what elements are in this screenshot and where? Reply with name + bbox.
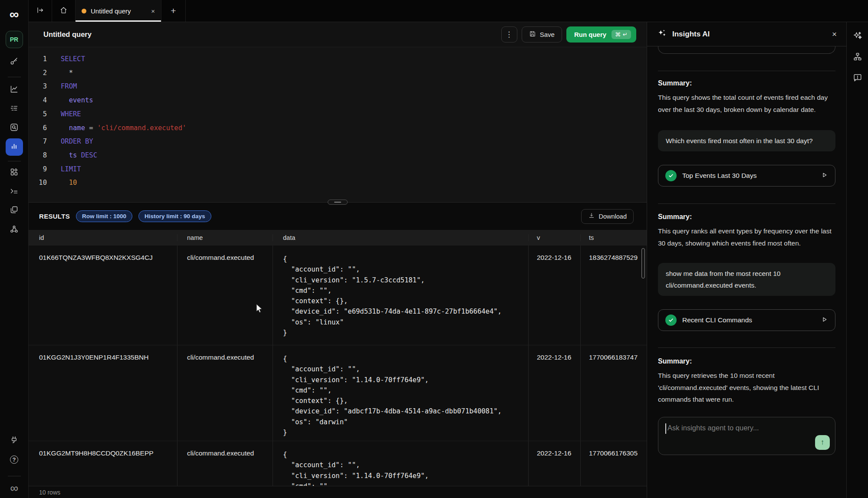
line-number: 9 <box>29 163 47 177</box>
new-tab-button[interactable]: + <box>161 0 186 22</box>
save-label: Save <box>540 31 555 38</box>
line-number: 6 <box>29 121 47 135</box>
sidebar-item-integrations[interactable] <box>6 432 23 449</box>
sql-keyword: ORDER BY <box>61 138 93 145</box>
apps-grid-icon <box>10 167 19 178</box>
cell-ts: 1836274887529 <box>580 246 647 345</box>
tab-untitled-query[interactable]: Untitled query × <box>76 0 161 22</box>
more-options-button[interactable]: ⋮ <box>501 26 517 43</box>
column-header-data[interactable]: data <box>273 234 528 241</box>
table-row[interactable]: 01K66TQNZA3WFBQ8XN2KXSG4CJ cli/command.e… <box>29 246 647 345</box>
line-number: 2 <box>29 66 47 80</box>
column-header-id[interactable]: id <box>29 234 177 241</box>
code-line: 8 ts DESC <box>29 149 647 163</box>
cell-name: cli/command.executed <box>177 246 273 345</box>
editor-header: Untitled query ⋮ Save Run query ⌘ ↵ <box>29 22 647 47</box>
sql-identifier: ts <box>61 151 81 159</box>
strip-item-flow[interactable] <box>849 49 866 66</box>
send-button[interactable]: ↑ <box>815 435 830 450</box>
sidebar-item-apps[interactable] <box>6 164 23 181</box>
close-icon[interactable]: × <box>832 29 837 39</box>
search-box-icon <box>10 123 19 134</box>
mouse-cursor <box>255 304 265 315</box>
table-row[interactable]: 01KGG2N1J3Y0ENP1R4F1335BNH cli/command.e… <box>29 345 647 441</box>
line-number: 4 <box>29 94 47 108</box>
cell-data-json: { "account_id": "", "cli_version": "1.14… <box>273 441 528 486</box>
sql-editor[interactable]: 1SELECT 2 * 3FROM 4 events 5WHERE 6 name… <box>29 47 647 202</box>
insights-input[interactable]: Ask insights agent to query... ↑ <box>658 417 835 455</box>
sidebar-item-metrics[interactable] <box>6 81 23 98</box>
save-button[interactable]: Save <box>522 26 562 43</box>
row-limit-badge: Row limit : 1000 <box>76 210 132 222</box>
sparkles-icon <box>657 28 667 40</box>
cell-id: 01K66TQNZA3WFBQ8XN2KXSG4CJ <box>29 246 177 345</box>
unsaved-dot-icon <box>82 9 86 13</box>
collapse-sidebar-button[interactable] <box>29 0 52 22</box>
sidebar-item-functions[interactable] <box>6 183 23 200</box>
summary-heading: Summary: <box>658 357 835 365</box>
sidebar-item-help[interactable]: ? <box>6 451 23 468</box>
line-chart-icon <box>10 85 19 95</box>
sidebar-item-insights-active[interactable] <box>6 138 23 156</box>
sidebar-item-query-search[interactable] <box>6 119 23 137</box>
home-tab-button[interactable] <box>52 0 76 22</box>
table-row[interactable]: 01KGG2MT9H8H8CCDQ0ZK16BEPP cli/command.e… <box>29 441 647 486</box>
insights-header: Insights AI × <box>647 22 846 46</box>
cmd-key-icon: ⌘ <box>615 31 621 38</box>
avatar[interactable]: PR <box>6 31 23 48</box>
help-icon: ? <box>10 455 18 464</box>
sql-keyword: FROM <box>61 82 77 90</box>
code-line: 9LIMIT <box>29 163 647 177</box>
suggested-query-card[interactable]: Top Events Last 30 Days <box>658 165 835 187</box>
download-icon <box>588 212 595 220</box>
play-icon[interactable] <box>821 171 828 180</box>
sidebar-item-events[interactable] <box>6 100 23 118</box>
sql-operator: * <box>61 69 73 77</box>
sql-keyword: DESC <box>81 151 97 159</box>
play-icon[interactable] <box>821 316 828 325</box>
column-header-name[interactable]: name <box>177 234 273 241</box>
editor-actions: ⋮ Save Run query ⌘ ↵ <box>501 26 636 43</box>
code-line: 5WHERE <box>29 108 647 121</box>
strip-item-insights-ai[interactable] <box>849 28 866 46</box>
sidebar-item-environments[interactable] <box>6 202 23 219</box>
tab-label: Untitled query <box>91 7 147 15</box>
tab-bar: Untitled query × + <box>29 0 868 22</box>
divider <box>658 203 835 204</box>
webhook-icon <box>10 225 19 236</box>
suggested-query-card[interactable]: Recent CLI Commands <box>658 309 835 331</box>
results-table-body[interactable]: 01K66TQNZA3WFBQ8XN2KXSG4CJ cli/command.e… <box>29 246 647 486</box>
strip-item-feedback[interactable] <box>849 70 866 87</box>
history-limit-badge: History limit : 90 days <box>138 210 211 222</box>
table-scrollbar-thumb[interactable] <box>641 248 645 278</box>
results-label: RESULTS <box>39 213 70 220</box>
windows-icon <box>10 205 19 216</box>
cell-id: 01KGG2MT9H8H8CCDQ0ZK16BEPP <box>29 441 177 486</box>
cell-v: 2022-12-16 <box>528 246 580 345</box>
code-line: 6 name = 'cli/command.executed' <box>29 121 647 135</box>
cell-name: cli/command.executed <box>177 441 273 486</box>
summary-heading: Summary: <box>658 79 835 87</box>
sidebar-item-webhooks[interactable] <box>6 221 23 239</box>
results-footer: 10 rows <box>29 486 647 498</box>
new-tab-icon: + <box>171 6 176 16</box>
run-query-button[interactable]: Run query ⌘ ↵ <box>566 26 636 43</box>
sql-identifier: events <box>61 96 93 104</box>
query-card-label: Top Events Last 30 Days <box>682 172 815 180</box>
summary-heading: Summary: <box>658 213 835 221</box>
cell-v: 2022-12-16 <box>528 345 580 441</box>
enter-key-icon: ↵ <box>623 31 628 38</box>
left-sidebar: ∞ PR <box>0 0 29 498</box>
sidebar-item-keys[interactable] <box>6 53 23 70</box>
user-question-bubble: show me data from the most recent 10 cli… <box>658 263 835 296</box>
column-header-ts[interactable]: ts <box>580 234 647 241</box>
cell-ts: 1770066183747 <box>580 345 647 441</box>
plug-icon <box>10 436 19 446</box>
sql-identifier: name <box>61 124 85 132</box>
insights-scroll-area[interactable]: Summary: This query shows the total coun… <box>647 46 846 498</box>
code-line: 7ORDER BY <box>29 135 647 149</box>
panel-resize-handle[interactable] <box>328 200 348 205</box>
download-button[interactable]: Download <box>581 209 634 224</box>
close-tab-icon[interactable]: × <box>151 7 155 15</box>
column-header-v[interactable]: v <box>528 234 580 241</box>
